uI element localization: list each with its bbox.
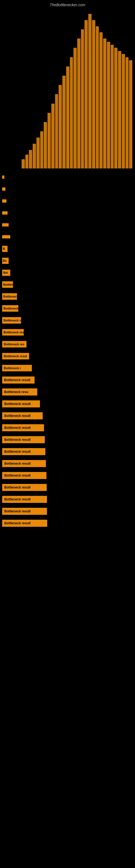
result-item: Bottleneck res [0,314,135,326]
result-item [0,195,135,207]
result-item: Bottleneck result [0,398,135,410]
chart-bar [118,51,121,168]
chart-bar [33,144,36,168]
bottleneck-result-label: Bottlen [2,281,13,288]
bottleneck-result-label: Bottleneck result [2,329,24,336]
chart-bar [99,32,103,168]
result-item: Bottleneck result [0,458,135,469]
chart-bar [74,48,77,168]
result-item: Bottleneck result [0,517,135,529]
result-item: Bo [0,255,135,267]
chart-bar [51,104,54,168]
result-item: Bottleneck r [0,290,135,303]
result-item [0,219,135,231]
chart-bar [92,20,95,168]
result-item [0,171,135,183]
chart-bar [48,113,51,168]
bottleneck-result-label [2,176,4,179]
chart-bar [126,57,129,168]
result-item: Bottleneck result [0,374,135,386]
bottleneck-result-label: Bot [2,270,10,276]
chart-bar [37,137,40,168]
bottleneck-result-label: Bottleneck result [2,448,45,455]
bottleneck-result-label: Bottleneck result [2,376,35,383]
result-item: Bottleneck result [0,434,135,446]
bottleneck-result-label: Bottleneck result [2,400,40,407]
bottleneck-result-label: Bottleneck resu [2,389,37,396]
chart-bar [103,38,106,168]
bottleneck-result-label: Bottleneck result [2,484,47,491]
chart-bar [44,122,47,168]
result-item: Bot [0,267,135,279]
result-item: Bottleneck result [0,505,135,517]
chart-bar [122,54,125,168]
chart-bar [129,60,132,168]
bottleneck-result-label: Bottleneck res [2,341,27,347]
site-title: TheBottlenecker.com [0,0,135,8]
bottleneck-result-label: Bottleneck result [2,472,46,479]
chart-bar [77,38,81,168]
chart-bar [96,26,99,168]
chart-bar [21,159,25,168]
bottleneck-result-label: Bottleneck [2,305,18,312]
bottleneck-result-label [2,199,6,203]
chart-bar [114,48,118,168]
bottleneck-result-label: Bottleneck result [2,424,44,431]
result-item: Bottleneck resu [0,386,135,398]
result-item: Bottleneck result [0,482,135,493]
result-item: Bottleneck resul [0,350,135,362]
result-item: Bottleneck res [0,338,135,350]
bottleneck-result-label: Bottleneck resul [2,353,29,360]
bottleneck-result-label: Bottleneck result [2,508,47,515]
result-item: Bottleneck result [0,410,135,422]
results-list: BBoBotBottlenBottleneck rBottleneckBottl… [0,171,135,529]
result-item: Bottleneck result [0,422,135,434]
bottleneck-result-label: Bottleneck result [2,496,47,503]
chart-area [0,8,135,171]
result-item: Bottleneck result [0,446,135,458]
bottleneck-result-label: Bo [2,258,9,264]
chart-bar [111,45,114,168]
chart-bar [58,85,62,168]
chart-bar [107,42,110,168]
chart-bar [81,29,84,168]
result-item: B [0,243,135,255]
result-item [0,183,135,195]
result-item [0,231,135,243]
chart-bar [66,66,70,168]
bottleneck-result-label: Bottleneck r [2,365,32,371]
chart-bar [55,94,58,168]
bottleneck-result-label: Bottleneck result [2,436,45,443]
chart-bar [70,57,73,168]
result-item: Bottleneck [0,303,135,314]
result-item: Bottleneck result [0,493,135,505]
bottleneck-result-label [2,211,8,215]
bottleneck-result-label: Bottleneck result [2,520,47,527]
bottleneck-result-label [2,235,10,239]
bottleneck-result-label: Bottleneck r [2,293,17,300]
bottleneck-result-label: Bottleneck res [2,317,21,323]
result-item [0,207,135,219]
result-item: Bottleneck result [0,326,135,338]
chart-bar [29,150,32,168]
bottleneck-result-label [2,223,9,226]
bottleneck-result-label [2,187,5,191]
bottleneck-result-label: B [2,246,8,252]
chart-bar [26,155,29,168]
result-item: Bottlen [0,279,135,290]
bottleneck-result-label: Bottleneck result [2,412,43,420]
chart-bar [88,14,92,168]
result-item: Bottleneck r [0,362,135,374]
chart-bar [85,20,88,168]
result-item: Bottleneck result [0,469,135,482]
bottleneck-result-label: Bottleneck result [2,460,46,467]
chart-bar [62,76,65,168]
chart-bar [40,131,43,168]
